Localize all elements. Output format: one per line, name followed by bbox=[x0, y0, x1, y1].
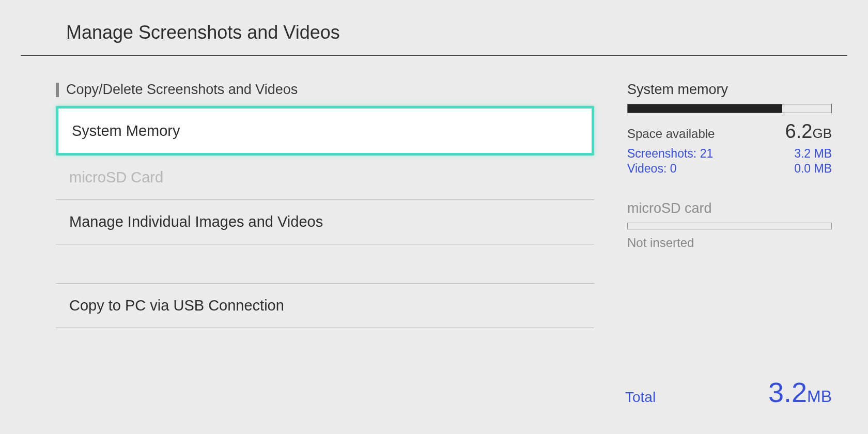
total-value: 3.2 bbox=[768, 377, 807, 408]
microsd-title: microSD card bbox=[627, 200, 832, 216]
videos-row: Videos: 0 0.0 MB bbox=[627, 162, 832, 176]
section-marker-icon bbox=[56, 83, 59, 97]
space-available-row: Space available 6.2GB bbox=[627, 120, 832, 143]
progress-fill bbox=[628, 104, 782, 113]
videos-label: Videos: 0 bbox=[627, 162, 676, 176]
system-memory-progress bbox=[627, 104, 832, 113]
system-memory-title: System memory bbox=[627, 82, 832, 98]
total-row: Total 3.2MB bbox=[625, 376, 832, 408]
microsd-status: Not inserted bbox=[627, 236, 832, 250]
menu-item-system-memory[interactable]: System Memory bbox=[56, 106, 594, 156]
menu-item-label: System Memory bbox=[72, 122, 180, 140]
menu-item-label: Copy to PC via USB Connection bbox=[69, 297, 284, 314]
total-value-container: 3.2MB bbox=[768, 376, 832, 408]
menu-item-microsd-card[interactable]: microSD Card bbox=[56, 156, 594, 200]
total-label: Total bbox=[625, 389, 656, 406]
space-available-value: 6.2GB bbox=[785, 120, 832, 143]
total-unit: MB bbox=[807, 387, 832, 406]
page-header: Manage Screenshots and Videos bbox=[21, 0, 847, 56]
screenshots-label: Screenshots: 21 bbox=[627, 147, 713, 161]
section-header: Copy/Delete Screenshots and Videos bbox=[56, 82, 594, 98]
menu-list: System Memory microSD Card Manage Indivi… bbox=[56, 106, 594, 328]
storage-column: System memory Space available 6.2GB Scre… bbox=[615, 82, 868, 328]
section-label: Copy/Delete Screenshots and Videos bbox=[66, 82, 298, 98]
menu-item-label: microSD Card bbox=[69, 169, 163, 186]
screenshots-row: Screenshots: 21 3.2 MB bbox=[627, 147, 832, 161]
system-memory-block: System memory Space available 6.2GB Scre… bbox=[627, 82, 832, 176]
page-title: Manage Screenshots and Videos bbox=[66, 22, 847, 43]
menu-item-manage-individual[interactable]: Manage Individual Images and Videos bbox=[56, 200, 594, 244]
microsd-block: microSD card Not inserted bbox=[627, 200, 832, 250]
microsd-progress bbox=[627, 223, 832, 229]
content-area: Copy/Delete Screenshots and Videos Syste… bbox=[0, 82, 868, 328]
menu-spacer bbox=[56, 244, 594, 284]
menu-item-copy-to-pc[interactable]: Copy to PC via USB Connection bbox=[56, 284, 594, 328]
videos-size: 0.0 MB bbox=[794, 162, 832, 176]
space-available-label: Space available bbox=[627, 127, 715, 141]
menu-column: Copy/Delete Screenshots and Videos Syste… bbox=[0, 82, 615, 328]
screenshots-size: 3.2 MB bbox=[794, 147, 832, 161]
menu-item-label: Manage Individual Images and Videos bbox=[69, 213, 323, 230]
